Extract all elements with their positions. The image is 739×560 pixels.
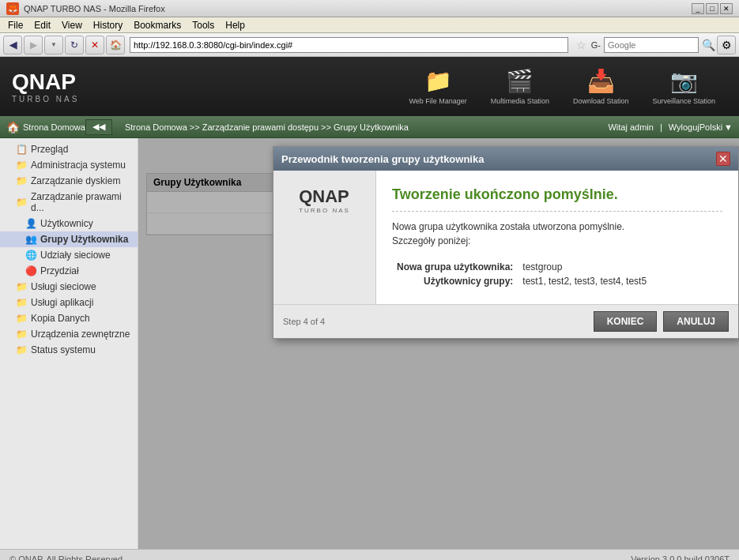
sidebar-label-disk: Zarządzanie dyskiem bbox=[31, 175, 120, 186]
modal-close-button[interactable]: ✕ bbox=[716, 152, 730, 166]
chevron-down-icon: ▼ bbox=[724, 122, 733, 132]
sidebar-label-net-services: Usługi sieciowe bbox=[31, 281, 96, 292]
nas-navbar: 🏠 Strona Domowa ◀◀ Strona Domowa >> Zarz… bbox=[0, 116, 739, 138]
stop-button[interactable]: ✕ bbox=[85, 36, 104, 54]
detail-row-1: Użytkownicy grupy: test1, test2, test3, … bbox=[392, 274, 651, 288]
qnap-brand: QNAP bbox=[12, 70, 79, 95]
reload-button[interactable]: ↻ bbox=[65, 36, 84, 54]
home-button[interactable]: 🏠 bbox=[106, 36, 125, 54]
sidebar-label-quota: Przydział bbox=[40, 265, 79, 276]
modal-footer: Step 4 of 4 KONIEC ANULUJ bbox=[273, 304, 738, 338]
surveillance-icon: 📷 bbox=[670, 68, 698, 94]
groups-icon: 👥 bbox=[25, 234, 37, 245]
sidebar-item-quota[interactable]: 🔴 Przydział bbox=[0, 263, 138, 279]
sidebar-item-admin[interactable]: 📁 Administracja systemu bbox=[0, 157, 138, 173]
search-icon[interactable]: 🔍 bbox=[702, 39, 715, 51]
field-value-1: test1, test2, test3, test4, test5 bbox=[518, 274, 651, 288]
modal-sidebar: QNAP TURBO NAS bbox=[273, 171, 376, 304]
admin-folder-icon: 📁 bbox=[16, 160, 28, 171]
nas-footer: © QNAP, All Rights Reserved. Version 3.0… bbox=[0, 549, 739, 560]
menu-history[interactable]: History bbox=[89, 18, 127, 32]
cancel-button[interactable]: ANULUJ bbox=[663, 311, 729, 332]
sidebar-label-groups: Grupy Użytkownika bbox=[40, 234, 128, 245]
modal-logo: QNAP TURBO NAS bbox=[299, 186, 350, 214]
field-value-0: testgroup bbox=[518, 260, 651, 274]
sidebar-item-backup[interactable]: 📁 Kopia Danych bbox=[0, 310, 138, 326]
window-controls: _ □ ✕ bbox=[692, 3, 733, 14]
menu-edit[interactable]: Edit bbox=[29, 18, 55, 32]
sidebar-item-users[interactable]: 👤 Użytkownicy bbox=[0, 216, 138, 231]
google-label: G- bbox=[591, 40, 601, 50]
sidebar-item-app-services[interactable]: 📁 Usługi aplikacji bbox=[0, 295, 138, 310]
modal-title: Przewodnik tworzenia grupy użytkownika bbox=[281, 153, 484, 165]
language-selector[interactable]: Polski ▼ bbox=[699, 122, 733, 132]
field-label-1: Użytkownicy grupy: bbox=[392, 274, 518, 288]
back-button[interactable]: ◀ bbox=[3, 36, 22, 54]
browser-title: QNAP TURBO NAS - Mozilla Firefox bbox=[24, 4, 165, 13]
menu-tools[interactable]: Tools bbox=[187, 18, 219, 32]
copyright-text: © QNAP, All Rights Reserved. bbox=[9, 554, 125, 561]
menu-file[interactable]: File bbox=[3, 18, 28, 32]
breadcrumb: Strona Domowa >> Zarządzanie prawami dos… bbox=[119, 122, 609, 132]
sidebar: 📋 Przegląd 📁 Administracja systemu 📁 Zar… bbox=[0, 138, 138, 549]
menu-bookmarks[interactable]: Bookmarks bbox=[129, 18, 186, 32]
nav-divider: | bbox=[660, 122, 662, 132]
net-services-icon: 📁 bbox=[16, 281, 28, 292]
sidebar-item-shares[interactable]: 🌐 Udziały sieciowe bbox=[0, 247, 138, 263]
bookmark-star-icon[interactable]: ☆ bbox=[576, 39, 586, 51]
sidebar-label-rights: Zarządzanie prawami d... bbox=[31, 191, 131, 213]
multimedia-icon: 🎬 bbox=[506, 68, 534, 94]
app-multimedia-station[interactable]: 🎬 Multimedia Station bbox=[479, 62, 561, 111]
sidebar-item-external[interactable]: 📁 Urządzenia zewnętrzne bbox=[0, 326, 138, 342]
nas-main: 📋 Przegląd 📁 Administracja systemu 📁 Zar… bbox=[0, 138, 739, 549]
sidebar-item-status[interactable]: 📁 Status systemu bbox=[0, 342, 138, 358]
browser-icon: 🦊 bbox=[6, 2, 19, 15]
turbo-nas-label: TURBO NAS bbox=[12, 95, 79, 103]
sidebar-label-admin: Administracja systemu bbox=[31, 160, 126, 171]
app-web-file-manager[interactable]: 📁 Web File Manager bbox=[397, 62, 478, 111]
modal-success-title: Tworzenie ukończono pomyślnie. bbox=[392, 186, 722, 203]
home-nav-label[interactable]: Strona Domowa bbox=[23, 122, 85, 132]
shares-icon: 🌐 bbox=[25, 250, 37, 261]
logout-link[interactable]: Wyloguj bbox=[669, 122, 699, 132]
confirm-button[interactable]: KONIEC bbox=[594, 311, 658, 332]
sidebar-label-external: Urządzenia zewnętrzne bbox=[31, 329, 130, 340]
minimize-button[interactable]: _ bbox=[692, 3, 704, 14]
app-label-1: Multimedia Station bbox=[491, 97, 549, 105]
forward-dropdown[interactable]: ▼ bbox=[44, 36, 63, 54]
language-label: Polski bbox=[699, 122, 722, 132]
nas-apps: 📁 Web File Manager 🎬 Multimedia Station … bbox=[397, 62, 727, 111]
url-input[interactable] bbox=[130, 37, 568, 53]
nav-right: Witaj admin | Wyloguj bbox=[608, 122, 699, 132]
close-button[interactable]: ✕ bbox=[720, 3, 733, 14]
settings-icon[interactable]: ⚙ bbox=[717, 36, 736, 54]
forward-button[interactable]: ▶ bbox=[24, 36, 43, 54]
sidebar-label-status: Status systemu bbox=[31, 344, 96, 355]
sidebar-item-groups[interactable]: 👥 Grupy Użytkownika bbox=[0, 231, 138, 247]
modal-divider bbox=[392, 211, 722, 212]
sidebar-item-overview[interactable]: 📋 Przegląd bbox=[0, 141, 138, 157]
app-label-2: Download Station bbox=[573, 97, 629, 105]
sidebar-item-disk[interactable]: 📁 Zarządzanie dyskiem bbox=[0, 173, 138, 189]
status-icon: 📁 bbox=[16, 344, 28, 355]
search-input[interactable] bbox=[604, 37, 699, 53]
sidebar-label-backup: Kopia Danych bbox=[31, 313, 90, 324]
app-download-station[interactable]: 📥 Download Station bbox=[561, 62, 641, 111]
modal-buttons: KONIEC ANULUJ bbox=[594, 311, 729, 332]
app-surveillance-station[interactable]: 📷 Surveillance Station bbox=[640, 62, 727, 111]
quota-icon: 🔴 bbox=[25, 265, 37, 276]
menu-help[interactable]: Help bbox=[221, 18, 250, 32]
sidebar-item-network-services[interactable]: 📁 Usługi sieciowe bbox=[0, 279, 138, 295]
sidebar-item-rights[interactable]: 📁 Zarządzanie prawami d... bbox=[0, 189, 138, 216]
menu-view[interactable]: View bbox=[57, 18, 87, 32]
external-icon: 📁 bbox=[16, 329, 28, 340]
maximize-button[interactable]: □ bbox=[706, 3, 718, 14]
modal-dialog: Przewodnik tworzenia grupy użytkownika ✕… bbox=[273, 146, 739, 339]
browser-titlebar: 🦊 QNAP TURBO NAS - Mozilla Firefox _ □ ✕ bbox=[0, 0, 739, 17]
download-icon: 📥 bbox=[587, 68, 615, 94]
sidebar-label-users: Użytkownicy bbox=[40, 218, 93, 229]
collapse-button[interactable]: ◀◀ bbox=[85, 119, 112, 135]
sidebar-label-shares: Udziały sieciowe bbox=[40, 250, 111, 261]
overview-icon: 📋 bbox=[16, 144, 28, 155]
sidebar-label-overview: Przegląd bbox=[31, 144, 68, 155]
